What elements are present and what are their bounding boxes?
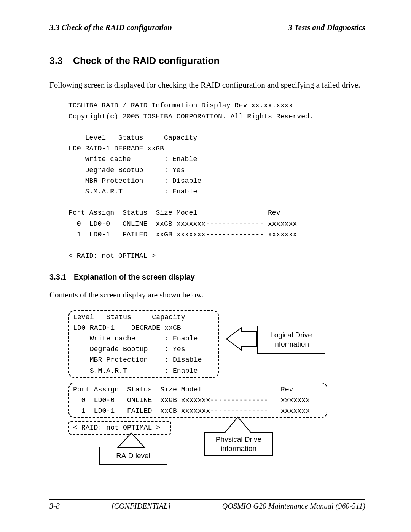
footer-confidential: [CONFIDENTIAL] [111, 502, 171, 511]
callout-raid-level: RAID level [99, 447, 167, 465]
subsection-number: 3.3.1 [49, 273, 74, 281]
subsection-heading: 3.3.1Explanation of the screen display [49, 273, 365, 281]
explanation-diagram: Level Status Capacity LD0 RAID-1 DEGRADE… [68, 310, 365, 463]
arrow-up-icon [225, 417, 251, 433]
svg-marker-2 [118, 433, 145, 447]
intro-paragraph: Following screen is displayed for checki… [49, 80, 365, 90]
terminal-output: TOSHIBA RAID / RAID Information Display … [68, 100, 365, 261]
page-footer: 3-8 [CONFIDENTIAL] QOSMIO G20 Maintenanc… [49, 499, 365, 511]
subsection-intro: Contents of the screen display are shown… [49, 290, 365, 300]
arrow-up-icon [118, 433, 145, 447]
arrow-left-icon [219, 328, 257, 350]
logical-drive-box: Level Status Capacity LD0 RAID-1 DEGRADE… [68, 310, 219, 378]
callout-logical-drive: Logical Drive information [257, 326, 325, 354]
svg-marker-0 [226, 328, 257, 350]
running-header: 3.3 Check of the RAID configuration 3 Te… [49, 23, 365, 35]
page: 3.3 Check of the RAID configuration 3 Te… [0, 0, 411, 532]
footer-page-number: 3-8 [49, 502, 60, 511]
section-number: 3.3 [49, 55, 73, 66]
subsection-title: Explanation of the screen display [74, 273, 195, 281]
svg-marker-1 [225, 417, 251, 433]
section-title: Check of the RAID configuration [73, 55, 220, 66]
section-heading: 3.3Check of the RAID configuration [49, 55, 365, 66]
header-right: 3 Tests and Diagnostics [288, 23, 365, 32]
header-left: 3.3 Check of the RAID configuration [49, 23, 172, 32]
callout-physical-drive: Physical Drive information [204, 432, 273, 456]
footer-manual-title: QOSMIO G20 Maintenance Manual (960-511) [222, 502, 365, 511]
raid-level-box: < RAID: not OPTIMAL > [68, 421, 171, 435]
physical-drive-box: Port Assign Status Size Model Rev 0 LD0-… [68, 383, 327, 418]
